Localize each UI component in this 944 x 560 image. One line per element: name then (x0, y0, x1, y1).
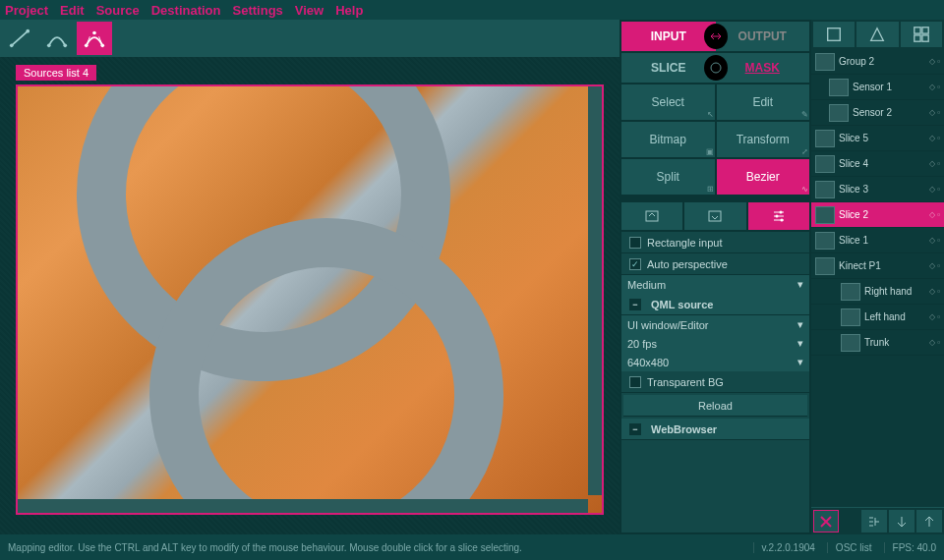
tree-item[interactable]: Slice 1◇ ▫ (811, 228, 944, 253)
tree-item-controls[interactable]: ◇ ▫ (929, 210, 940, 219)
tool-bitmap[interactable]: Bitmap▣ (621, 122, 715, 157)
input-output-toggle-icon (704, 24, 728, 49)
menu-help[interactable]: Help (335, 3, 363, 18)
tool-bezier[interactable]: Bezier∿ (717, 159, 810, 195)
tool-curve[interactable] (39, 22, 75, 55)
tree-item-label: Trunk (864, 337, 889, 348)
prop-rectangle-input[interactable]: Rectangle input (621, 232, 809, 253)
status-version: v.2.2.0.1904 (753, 542, 815, 553)
tool-split[interactable]: Split⊞ (621, 159, 715, 195)
layer-thumb (815, 53, 835, 71)
tree-item[interactable]: Slice 5◇ ▫ (811, 126, 944, 151)
chevron-down-icon: ▾ (797, 356, 803, 368)
svg-point-0 (10, 44, 14, 48)
tree-item[interactable]: Sensor 1◇ ▫ (811, 75, 944, 100)
source-image (18, 86, 602, 513)
delete-button[interactable] (813, 510, 839, 532)
move-up-button[interactable] (916, 510, 942, 532)
tree-item-label: Left hand (864, 311, 906, 322)
props-tab-settings[interactable] (748, 202, 809, 230)
prop-transparent-bg[interactable]: Transparent BG (621, 371, 809, 393)
svg-point-12 (779, 211, 782, 214)
source-label: Sources list 4 (16, 65, 96, 81)
tree-item-controls[interactable]: ◇ ▫ (929, 185, 940, 194)
hierarchy-button[interactable] (861, 510, 887, 532)
tree-item[interactable]: Kinect P1◇ ▫ (811, 253, 944, 279)
top-toolbar (0, 20, 620, 57)
shape-triangle-icon[interactable] (856, 22, 898, 47)
tree-item[interactable]: Group 2◇ ▫ (811, 49, 944, 75)
transform-icon: ⤢ (801, 147, 808, 156)
menu-settings[interactable]: Settings (233, 3, 283, 18)
tree-item[interactable]: Slice 2◇ ▫ (811, 202, 944, 228)
props-tab-1[interactable] (621, 202, 682, 230)
tree-item[interactable]: Trunk◇ ▫ (811, 330, 944, 356)
tree-item[interactable]: Left hand◇ ▫ (811, 305, 944, 330)
tool-line[interactable] (2, 22, 37, 55)
menu-view[interactable]: View (295, 3, 324, 18)
layer-thumb (815, 232, 835, 250)
canvas-area[interactable]: Sources list 4 (0, 57, 620, 534)
tab-mask[interactable]: MASK (716, 53, 810, 83)
tool-transform[interactable]: Transform⤢ (717, 122, 810, 157)
tree-item[interactable]: Sensor 2◇ ▫ (811, 100, 944, 126)
menu-edit[interactable]: Edit (60, 3, 85, 18)
prop-auto-perspective[interactable]: ✓Auto perspective (621, 253, 809, 275)
tree-item[interactable]: Slice 4◇ ▫ (811, 151, 944, 177)
tree-item[interactable]: Right hand◇ ▫ (811, 279, 944, 305)
svg-rect-18 (914, 35, 920, 41)
prop-fps[interactable]: 20 fps▾ (621, 334, 809, 353)
menu-source[interactable]: Source (96, 3, 140, 18)
tool-bezier-handles[interactable] (77, 22, 112, 55)
tree-item-label: Group 2 (839, 56, 874, 67)
shape-rect-icon[interactable] (813, 22, 855, 47)
tree-item-controls[interactable]: ◇ ▫ (929, 83, 940, 91)
image-icon: ▣ (706, 147, 714, 156)
tree-item-controls[interactable]: ◇ ▫ (929, 338, 940, 347)
prop-qml-mode[interactable]: UI window/Editor▾ (621, 315, 809, 334)
status-hint: Mapping editor. Use the CTRL and ALT key… (8, 542, 522, 553)
menu-project[interactable]: Project (5, 3, 48, 18)
tree-item-label: Right hand (864, 286, 912, 297)
layer-thumb (829, 104, 849, 122)
layer-thumb (841, 334, 860, 352)
reload-button[interactable]: Reload (623, 395, 807, 417)
menu-destination[interactable]: Destination (151, 3, 221, 18)
scrollbar-horizontal[interactable] (18, 499, 588, 513)
prop-qml-header[interactable]: −QML source (621, 294, 809, 315)
svg-point-2 (47, 44, 51, 48)
props-tab-2[interactable] (684, 202, 745, 230)
tool-select[interactable]: Select↖ (621, 84, 715, 120)
tree-item-controls[interactable]: ◇ ▫ (929, 159, 940, 168)
shape-grid-icon[interactable] (901, 22, 942, 47)
tree-item-controls[interactable]: ◇ ▫ (929, 108, 940, 117)
tree-item[interactable]: Slice 3◇ ▫ (811, 177, 944, 202)
tab-output[interactable]: OUTPUT (716, 22, 810, 51)
source-frame[interactable] (16, 84, 604, 515)
split-icon: ⊞ (707, 185, 714, 194)
prop-webbrowser-header[interactable]: −WebBrowser (621, 419, 809, 440)
tree-item-controls[interactable]: ◇ ▫ (929, 312, 940, 321)
tree-item-controls[interactable]: ◇ ▫ (929, 236, 940, 245)
tree-item-controls[interactable]: ◇ ▫ (929, 57, 940, 66)
collapse-icon: − (629, 299, 641, 310)
svg-rect-15 (828, 28, 841, 41)
chevron-down-icon: ▾ (797, 318, 803, 331)
tab-input[interactable]: INPUT (621, 22, 716, 51)
cursor-icon: ↖ (707, 110, 714, 119)
svg-point-3 (63, 44, 67, 48)
prop-quality-dropdown[interactable]: Medium▾ (621, 275, 809, 294)
tree-item-controls[interactable]: ◇ ▫ (929, 287, 940, 296)
status-osc[interactable]: OSC list (827, 542, 872, 553)
bezier-icon: ∿ (801, 185, 808, 194)
tool-edit[interactable]: Edit✎ (717, 84, 810, 120)
prop-resolution[interactable]: 640x480▾ (621, 353, 809, 371)
tree-item-label: Slice 4 (839, 158, 868, 169)
tree-item-controls[interactable]: ◇ ▫ (929, 261, 940, 270)
tree-item-label: Slice 5 (839, 133, 868, 143)
move-down-button[interactable] (889, 510, 914, 532)
tab-slice[interactable]: SLICE (621, 53, 716, 83)
tree-item-controls[interactable]: ◇ ▫ (929, 134, 940, 142)
scrollbar-vertical[interactable] (588, 86, 602, 495)
layer-thumb (815, 206, 835, 224)
